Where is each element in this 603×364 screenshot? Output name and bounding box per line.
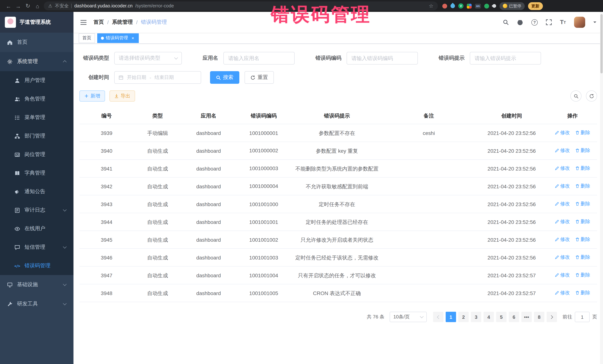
page-button[interactable]: 1 [446, 312, 456, 322]
more-pages-button[interactable]: ••• [521, 312, 532, 322]
hamburger-icon[interactable] [80, 20, 87, 25]
table-row: 3945 自动生成 dashboard 1001001002 只允许修改为开启或… [79, 231, 597, 249]
sidebar-item-roles[interactable]: 角色管理 [0, 90, 73, 108]
edit-button[interactable]: 修改 [555, 289, 570, 297]
error-code-input[interactable] [347, 52, 418, 65]
forward-icon[interactable]: → [13, 3, 23, 9]
delete-button[interactable]: 删除 [575, 147, 590, 154]
back-icon[interactable]: ← [4, 3, 13, 9]
page-button[interactable]: 2 [458, 312, 469, 322]
caret-down-icon[interactable] [593, 22, 596, 24]
sidebar-item-sms[interactable]: 短信管理 [0, 238, 73, 256]
not-secure-label[interactable]: 不安全 [55, 3, 69, 9]
navbar-actions [503, 17, 596, 28]
delete-button[interactable]: 删除 [575, 271, 590, 279]
paused-badge[interactable]: 已暂停 [499, 2, 525, 10]
cell-code: 1001001005 [236, 284, 292, 302]
sidebar-item-users[interactable]: 用户管理 [0, 71, 73, 90]
app-logo-row[interactable]: 芋道管理系统 [0, 12, 73, 33]
edit-button[interactable]: 修改 [555, 200, 570, 208]
sidebar-item-audit-logs[interactable]: 审计日志 [0, 201, 73, 220]
sidebar-item-error-codes[interactable]: </> 错误码管理 [0, 256, 73, 275]
edit-button[interactable]: 修改 [555, 254, 570, 261]
extension-icon-grid[interactable] [467, 3, 472, 8]
delete-button[interactable]: 删除 [575, 182, 590, 190]
export-button[interactable]: 导出 [109, 90, 135, 101]
sidebar-group-system[interactable]: 系统管理 [0, 52, 73, 71]
date-range-picker[interactable]: 开始日期 - 结束日期 [114, 71, 201, 84]
cell-app: dashboard [181, 249, 236, 266]
delete-button[interactable]: 删除 [575, 129, 590, 136]
edit-button[interactable]: 修改 [555, 218, 570, 225]
tab-home[interactable]: 首页 [79, 33, 95, 43]
search-icon[interactable] [503, 19, 509, 25]
reload-icon[interactable]: ↻ [23, 3, 33, 9]
delete-button[interactable]: 删除 [575, 289, 590, 297]
next-page-button[interactable] [547, 312, 557, 322]
edit-button[interactable]: 修改 [555, 129, 570, 136]
close-icon[interactable] [131, 35, 135, 41]
avatar[interactable] [574, 17, 585, 28]
edit-button[interactable]: 修改 [555, 165, 570, 172]
edit-button[interactable]: 修改 [555, 271, 570, 279]
cell-actions: 修改 删除 [548, 249, 597, 266]
page-button[interactable]: 5 [496, 312, 507, 322]
reset-button[interactable]: 重置 [244, 71, 274, 84]
extension-icon-green[interactable] [484, 3, 489, 8]
address-bar[interactable]: ⚠ 不安全 dashboard.yudao.iocoder.cn/system/… [44, 1, 438, 10]
page-button[interactable]: 4 [484, 312, 494, 322]
cell-app: dashboard [181, 160, 236, 177]
help-icon[interactable] [531, 19, 538, 25]
edit-button[interactable]: 修改 [555, 147, 570, 154]
sidebar-item-online-users[interactable]: 在线用户 [0, 220, 73, 238]
delete-button[interactable]: 删除 [575, 200, 590, 208]
app-name-input[interactable] [223, 52, 295, 65]
sidebar-item-departments[interactable]: 部门管理 [0, 127, 73, 145]
cell-id: 3946 [79, 249, 134, 266]
add-button[interactable]: 新增 [79, 90, 105, 101]
delete-button[interactable]: 删除 [575, 236, 590, 243]
extension-icon-red[interactable] [442, 3, 447, 8]
sidebar-item-menus[interactable]: 菜单管理 [0, 108, 73, 127]
toggle-search-button[interactable] [570, 90, 581, 101]
font-size-icon[interactable] [560, 19, 566, 26]
bookmark-star-icon[interactable]: ☆ [429, 3, 433, 9]
refresh-button[interactable] [586, 90, 597, 101]
extension-icon-v[interactable] [458, 3, 464, 9]
extension-icon-on-badge[interactable]: on [475, 3, 481, 8]
extension-icon-drop[interactable] [450, 3, 456, 9]
filter-code: 错误码编码 [315, 52, 418, 65]
page-button[interactable]: 3 [471, 312, 481, 322]
delete-button[interactable]: 删除 [575, 165, 590, 172]
goto-page-input[interactable] [575, 312, 590, 322]
sidebar-group-devtools[interactable]: 研发工具 [0, 294, 73, 314]
page-button[interactable]: 8 [534, 312, 544, 322]
error-hint-input[interactable] [470, 52, 541, 65]
edit-button[interactable]: 修改 [555, 236, 570, 243]
delete-button[interactable]: 删除 [575, 254, 590, 261]
delete-button[interactable]: 删除 [575, 218, 590, 225]
sidebar-item-dicts[interactable]: 字典管理 [0, 164, 73, 182]
github-icon[interactable] [517, 19, 523, 25]
tab-error-codes[interactable]: 错误码管理 [97, 33, 139, 43]
breadcrumb-system[interactable]: 系统管理 [112, 19, 133, 26]
reset-button-label: 重置 [257, 74, 268, 81]
breadcrumb-home[interactable]: 首页 [93, 19, 104, 26]
sidebar-item-posts[interactable]: 岗位管理 [0, 145, 73, 164]
error-type-select[interactable]: 请选择错误码类型 [114, 52, 182, 65]
fullscreen-icon[interactable] [546, 19, 552, 25]
sidebar-item-notices[interactable]: 通知公告 [0, 182, 73, 201]
sidebar-group-infra[interactable]: 基础设施 [0, 275, 73, 294]
search-button[interactable]: 搜索 [210, 71, 239, 84]
page-button[interactable]: 6 [509, 312, 519, 322]
edit-button[interactable]: 修改 [555, 182, 570, 190]
prev-page-button[interactable] [433, 312, 443, 322]
sidebar-item-home[interactable]: 首页 [0, 33, 73, 52]
col-msg: 错误码提示 [292, 108, 382, 124]
page-size-select[interactable]: 10条/页 [390, 312, 427, 322]
pin-icon[interactable] [491, 3, 497, 9]
main-area: 首页 / 系统管理 / 错误码管理 [73, 12, 603, 364]
update-button[interactable]: 更新 [528, 2, 543, 10]
browser-home-icon[interactable]: ⌂ [33, 3, 42, 9]
scrollbar-thumb[interactable] [600, 14, 603, 73]
